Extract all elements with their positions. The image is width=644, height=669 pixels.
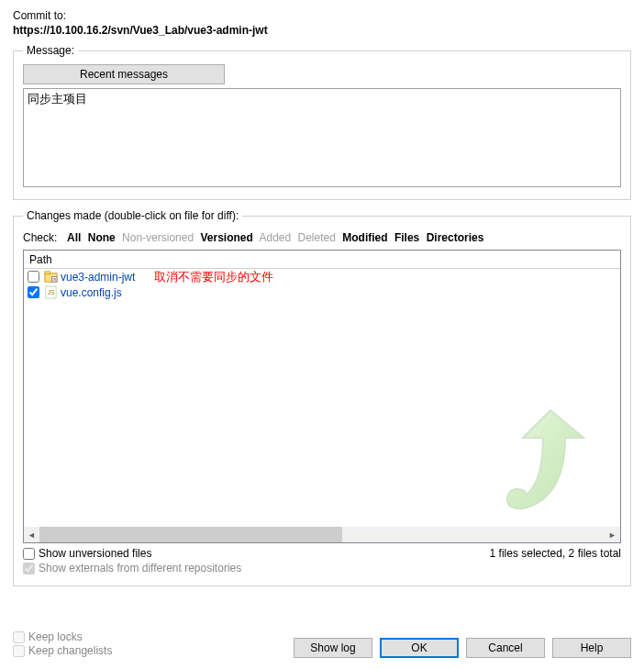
file-annotation-0: 取消不需要同步的文件 bbox=[154, 269, 273, 285]
cancel-button[interactable]: Cancel bbox=[466, 638, 545, 658]
file-checkbox-1[interactable] bbox=[28, 286, 39, 298]
changes-group: Changes made (double-click on file for d… bbox=[13, 209, 631, 586]
show-unversioned-check[interactable]: Show unversioned files bbox=[23, 547, 241, 560]
keep-locks-label: Keep locks bbox=[28, 630, 83, 643]
show-log-button[interactable]: Show log bbox=[294, 638, 372, 658]
keep-locks-check: Keep locks bbox=[13, 630, 112, 643]
message-legend: Message: bbox=[23, 44, 78, 57]
scroll-thumb[interactable] bbox=[39, 527, 342, 542]
commit-to-label: Commit to: bbox=[13, 9, 631, 22]
scroll-track[interactable] bbox=[39, 527, 605, 542]
show-externals-checkbox bbox=[23, 563, 35, 574]
changes-legend: Changes made (double-click on file for d… bbox=[23, 209, 242, 222]
filter-non-versioned: Non-versioned bbox=[122, 231, 194, 244]
file-name-0: vue3-admin-jwt bbox=[61, 271, 135, 284]
svg-rect-1 bbox=[45, 272, 50, 274]
commit-url: https://10.100.16.2/svn/Vue3_Lab/vue3-ad… bbox=[13, 24, 631, 37]
filter-files[interactable]: Files bbox=[394, 231, 419, 244]
show-unversioned-checkbox[interactable] bbox=[23, 548, 35, 560]
check-filter-row: Check: All None Non-versioned Versioned … bbox=[23, 231, 621, 244]
filter-versioned[interactable]: Versioned bbox=[200, 231, 252, 244]
keep-changelists-check: Keep changelists bbox=[13, 644, 112, 657]
show-unversioned-label: Show unversioned files bbox=[39, 547, 151, 560]
js-file-icon: JS bbox=[44, 285, 58, 299]
column-header-path[interactable]: Path bbox=[24, 251, 620, 269]
keep-locks-checkbox bbox=[13, 631, 25, 643]
show-externals-check: Show externals from different repositori… bbox=[23, 562, 241, 574]
recent-messages-button[interactable]: Recent messages bbox=[23, 64, 225, 84]
filter-deleted: Deleted bbox=[298, 231, 336, 244]
file-checkbox-0[interactable] bbox=[28, 271, 39, 283]
folder-icon: m bbox=[44, 270, 58, 284]
commit-message-input[interactable] bbox=[23, 88, 621, 187]
show-externals-label: Show externals from different repositori… bbox=[39, 562, 241, 574]
keep-changelists-checkbox bbox=[13, 645, 25, 657]
file-name-1: vue.config.js bbox=[61, 286, 122, 299]
filter-added: Added bbox=[259, 231, 291, 244]
scroll-right-button[interactable]: ► bbox=[605, 527, 620, 542]
help-button[interactable]: Help bbox=[552, 638, 631, 658]
check-label: Check: bbox=[23, 231, 57, 244]
filter-all[interactable]: All bbox=[67, 231, 81, 244]
filter-directories[interactable]: Directories bbox=[427, 231, 484, 244]
file-list[interactable]: Path m vue3-admin-jwt 取消不需要同步的文件 JS vue.… bbox=[23, 250, 621, 543]
horizontal-scrollbar[interactable]: ◄ ► bbox=[24, 527, 620, 542]
keep-changelists-label: Keep changelists bbox=[28, 644, 112, 657]
svg-text:JS: JS bbox=[48, 289, 55, 295]
message-group: Message: Recent messages bbox=[13, 44, 631, 200]
scroll-left-button[interactable]: ◄ bbox=[24, 527, 39, 542]
filter-modified[interactable]: Modified bbox=[342, 231, 387, 244]
file-row[interactable]: m vue3-admin-jwt 取消不需要同步的文件 bbox=[24, 269, 620, 284]
svg-text:m: m bbox=[52, 277, 56, 282]
file-row[interactable]: JS vue.config.js bbox=[24, 284, 620, 300]
selection-status: 1 files selected, 2 files total bbox=[490, 547, 621, 560]
ok-button[interactable]: OK bbox=[380, 638, 459, 658]
filter-none[interactable]: None bbox=[88, 231, 116, 244]
